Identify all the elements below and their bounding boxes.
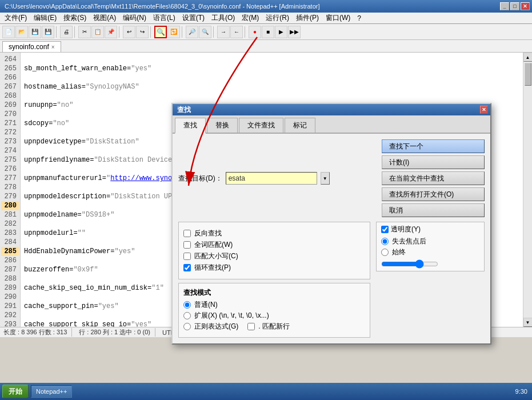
restore-button[interactable]: □	[510, 2, 519, 10]
transparency-slider-row	[381, 259, 479, 269]
start-label: 开始	[9, 387, 22, 395]
tb-macro-run[interactable]: ▶▶	[288, 26, 301, 38]
cancel-btn[interactable]: 取消	[382, 203, 485, 217]
menu-search[interactable]: 搜索(S)	[60, 12, 90, 24]
dialog-title-bar: 查找 ✕	[173, 104, 490, 115]
tb-replace[interactable]: 🔁	[167, 26, 180, 38]
wrap-row: 循环查找(P)	[183, 263, 365, 273]
whole-word-checkbox[interactable]	[183, 241, 191, 249]
trans-blur-row: 失去焦点后	[381, 237, 479, 246]
tb-undo[interactable]: ↩	[123, 26, 135, 38]
tb-zoom-in[interactable]: 🔎	[186, 26, 198, 38]
mode-normal-radio[interactable]	[183, 301, 191, 309]
dialog-close-btn[interactable]: ✕	[480, 106, 488, 114]
scroll-thumb[interactable]	[525, 63, 531, 86]
dialog-tab-replace[interactable]: 替换	[207, 118, 238, 133]
tb-macro-stop[interactable]: ■	[262, 26, 274, 38]
window-title: C:\Users\lenovo\AppData\Local\Temp\Mxt11…	[5, 3, 320, 10]
find-all-btn[interactable]: 查找所有打开文件(O)	[382, 187, 485, 201]
clock-display: 9:30	[515, 388, 527, 395]
menu-macro[interactable]: 宏(M)	[238, 12, 262, 24]
tb-cut[interactable]: ✂	[78, 26, 91, 38]
scroll-up-btn[interactable]: ▲	[523, 53, 533, 62]
tb-print[interactable]: 🖨	[60, 26, 73, 38]
menu-language[interactable]: 语言(L)	[150, 12, 179, 24]
file-tab-close[interactable]: ×	[51, 44, 55, 50]
taskbar-clock: 9:30	[515, 388, 530, 395]
wrap-checkbox[interactable]	[183, 264, 191, 271]
tb-outdent[interactable]: ←	[230, 26, 243, 38]
dot-newline-checkbox[interactable]	[247, 323, 255, 330]
status-length: 长度 : 8 396 行数 : 313	[3, 328, 72, 337]
find-target-row: 查找目标(D)： ▼ 查找下一个 计数(I) 在当前文件中查找 查找所有打开文件…	[178, 139, 485, 217]
trans-always-radio[interactable]	[381, 249, 389, 256]
tab-bar: synoinfo.conf ×	[0, 40, 532, 53]
menu-file[interactable]: 文件(F)	[1, 12, 30, 24]
menu-window[interactable]: 窗口(W)	[322, 12, 354, 24]
scroll-track[interactable]	[523, 62, 532, 318]
find-current-btn[interactable]: 在当前文件中查找	[382, 171, 485, 185]
tb-paste[interactable]: 📌	[105, 26, 117, 38]
menu-view[interactable]: 视图(A)	[90, 12, 119, 24]
dialog-tab-file-find[interactable]: 文件查找	[239, 118, 283, 133]
taskbar-notepad-item[interactable]: Notepad++	[31, 385, 72, 398]
transparency-checkbox[interactable]	[381, 226, 389, 233]
taskbar: 开始 Notepad++ 9:30	[0, 383, 532, 400]
line-numbers: 264 265 266 267 268 269 270 271 272 273 …	[0, 53, 21, 327]
tb-find-highlighted[interactable]: 🔍	[154, 26, 167, 38]
wrap-label: 循环查找(P)	[194, 263, 231, 273]
transparency-slider[interactable]	[381, 259, 438, 269]
tb-macro-play[interactable]: ▶	[275, 26, 287, 38]
close-button[interactable]: ✕	[521, 2, 530, 10]
minimize-button[interactable]: _	[500, 2, 509, 10]
match-case-label: 匹配大小写(C)	[194, 251, 238, 261]
mode-regex-radio[interactable]	[183, 323, 191, 330]
start-button[interactable]: 开始	[2, 385, 29, 398]
status-pos: 行 : 280 列 : 1 选中 : 0 (0)	[79, 328, 155, 337]
options-area: 反向查找 全词匹配(W) 匹配大小写(C)	[178, 222, 485, 338]
dialog-title-label: 查找	[177, 105, 191, 115]
right-options: 透明度(Y) 失去焦点后 始终	[376, 222, 485, 338]
find-next-btn[interactable]: 查找下一个	[382, 139, 485, 153]
dialog-tabs: 查找 替换 文件查找 标记	[173, 115, 490, 134]
tb-indent[interactable]: →	[217, 26, 230, 38]
tb-zoom-out[interactable]: 🔍	[199, 26, 211, 38]
tb-save[interactable]: 💾	[29, 26, 41, 38]
transparency-label: 透明度(Y)	[391, 225, 421, 234]
tb-saveall[interactable]: 💾	[42, 26, 54, 38]
dialog-tab-mark[interactable]: 标记	[285, 118, 315, 133]
dialog-tab-find[interactable]: 查找	[175, 118, 206, 134]
find-dropdown-btn[interactable]: ▼	[321, 172, 330, 185]
tb-redo[interactable]: ↪	[136, 26, 149, 38]
dialog-body: 查找目标(D)： ▼ 查找下一个 计数(I) 在当前文件中查找 查找所有打开文件…	[173, 134, 490, 343]
trans-blur-radio[interactable]	[381, 238, 389, 245]
menu-plugins[interactable]: 插件(P)	[293, 12, 322, 24]
transparency-section: 透明度(Y) 失去焦点后 始终	[376, 222, 485, 271]
vertical-scrollbar[interactable]: ▲ ▼	[523, 53, 532, 327]
title-bar: C:\Users\lenovo\AppData\Local\Temp\Mxt11…	[0, 0, 532, 13]
find-input[interactable]	[226, 172, 317, 185]
tb-macro-rec[interactable]: ●	[249, 26, 261, 38]
window-controls[interactable]: _ □ ✕	[500, 2, 530, 10]
menu-edit[interactable]: 编辑(E)	[30, 12, 60, 24]
reverse-find-label: 反向查找	[194, 229, 222, 238]
tb-copy[interactable]: 📋	[91, 26, 104, 38]
reverse-find-checkbox[interactable]	[183, 230, 191, 237]
menu-tools[interactable]: 工具(O)	[208, 12, 238, 24]
tb-open[interactable]: 📂	[15, 26, 28, 38]
taskbar-notepad-label: Notepad++	[36, 388, 67, 395]
tb-new[interactable]: 📄	[2, 26, 15, 38]
menu-help[interactable]: ?	[354, 13, 365, 23]
file-tab-synoinfo[interactable]: synoinfo.conf ×	[2, 41, 61, 52]
trans-always-label: 始终	[392, 247, 406, 257]
menu-encoding[interactable]: 编码(N)	[119, 12, 150, 24]
scroll-down-btn[interactable]: ▼	[523, 318, 533, 327]
mode-extended-radio[interactable]	[183, 312, 191, 319]
menu-run[interactable]: 运行(R)	[262, 12, 293, 24]
search-mode-label: 查找模式	[183, 288, 365, 298]
menu-settings[interactable]: 设置(T)	[179, 12, 208, 24]
match-case-row: 匹配大小写(C)	[183, 251, 365, 261]
count-btn[interactable]: 计数(I)	[382, 155, 485, 169]
transparency-title-row: 透明度(Y)	[381, 225, 479, 234]
match-case-checkbox[interactable]	[183, 253, 191, 260]
